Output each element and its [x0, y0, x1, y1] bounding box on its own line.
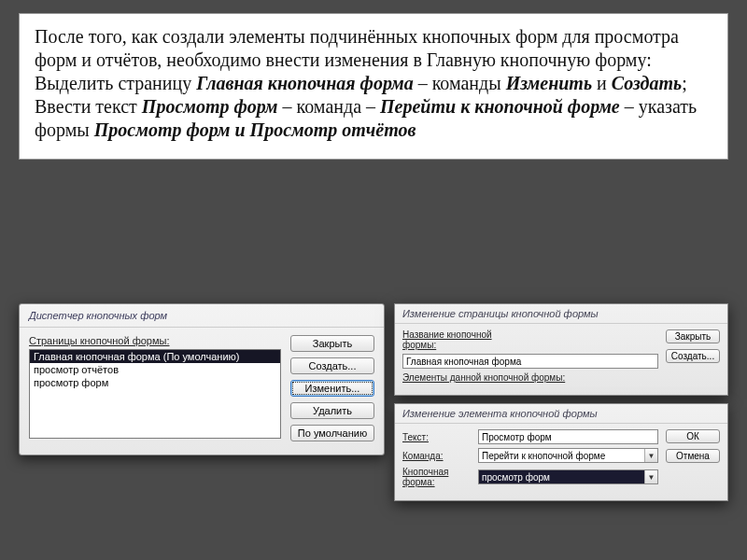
text-label: Текст: [402, 432, 472, 442]
text: Выделить страницу [35, 73, 196, 93]
step-2: Ввести текст Просмотр форм – команда – П… [35, 95, 712, 142]
text: – команды [414, 73, 506, 93]
text-input[interactable] [478, 429, 658, 444]
dialog-title: Изменение страницы кнопочной формы [395, 304, 727, 324]
dialog-title: Изменение элемента кнопочной формы [395, 404, 727, 424]
name-label: Название кнопочной формы: [402, 329, 505, 350]
edit-element-dialog: Изменение элемента кнопочной формы Текст… [394, 403, 728, 501]
fields: Текст: Команда: ▼ Кнопочная форма: [402, 429, 658, 491]
dialog-body: Текст: Команда: ▼ Кнопочная форма: [395, 424, 727, 500]
form-row: Кнопочная форма: ▼ [402, 467, 658, 487]
form-input[interactable] [478, 469, 658, 484]
form-combo[interactable]: ▼ [478, 469, 658, 484]
text: Ввести текст [35, 96, 142, 117]
pages-label: Страницы кнопочной формы: [29, 335, 281, 346]
step-1: Выделить страницу Главная кнопочная форм… [35, 72, 712, 95]
dialogs-row: Диспетчер кнопочных форм Страницы кнопоч… [19, 303, 728, 501]
command-input[interactable] [478, 448, 658, 463]
text: – команда – [278, 96, 380, 117]
fields: Название кнопочной формы: Элементы данно… [402, 329, 658, 385]
text-emph: Перейти к кнопочной форме [380, 96, 620, 117]
switchboard-manager-dialog: Диспетчер кнопочных форм Страницы кнопоч… [19, 303, 385, 455]
dialog-body: Название кнопочной формы: Элементы данно… [395, 324, 727, 395]
dialog-body: Страницы кнопочной формы: Главная кнопоч… [20, 328, 384, 455]
delete-button[interactable]: Удалить [290, 402, 374, 419]
close-button[interactable]: Закрыть [666, 329, 720, 343]
dialog-title: Диспетчер кнопочных форм [20, 304, 384, 328]
text: ; [682, 73, 687, 93]
edit-button[interactable]: Изменить... [290, 380, 374, 397]
name-input[interactable] [402, 354, 658, 369]
ok-button[interactable]: ОК [666, 429, 720, 443]
elements-label: Элементы данной кнопочной формы: [402, 372, 658, 383]
list-item[interactable]: просмотр форм [30, 376, 280, 389]
edit-page-dialog: Изменение страницы кнопочной формы Назва… [394, 303, 728, 396]
field-row: Название кнопочной формы: [402, 329, 658, 350]
chevron-down-icon[interactable]: ▼ [644, 470, 657, 483]
text-emph: Главная кнопочная форма [196, 73, 413, 93]
text-row: Текст: [402, 429, 658, 444]
chevron-down-icon[interactable]: ▼ [644, 449, 657, 462]
text-emph: Просмотр форм и Просмотр отчётов [94, 119, 416, 140]
default-button[interactable]: По умолчанию [290, 425, 374, 441]
command-label: Команда: [402, 451, 472, 461]
command-row: Команда: ▼ [402, 448, 658, 463]
slide: После того, как создали элементы подчинё… [19, 13, 728, 160]
new-button[interactable]: Создать... [290, 357, 374, 374]
button-column: Закрыть Создать... Изменить... Удалить П… [290, 335, 374, 441]
list-item[interactable]: просмотр отчётов [30, 363, 280, 376]
close-button[interactable]: Закрыть [290, 335, 374, 352]
cancel-button[interactable]: Отмена [666, 449, 720, 463]
form-label: Кнопочная форма: [402, 467, 472, 487]
pages-listbox[interactable]: Главная кнопочная форма (По умолчанию) п… [29, 349, 281, 439]
pages-panel: Страницы кнопочной формы: Главная кнопоч… [29, 335, 281, 441]
command-combo[interactable]: ▼ [478, 448, 658, 463]
intro-paragraph: После того, как создали элементы подчинё… [35, 25, 712, 72]
text-emph: Создать [612, 73, 682, 93]
text: После того, как создали элементы подчинё… [35, 26, 679, 70]
text-emph: Просмотр форм [142, 96, 278, 117]
right-column: Изменение страницы кнопочной формы Назва… [394, 303, 728, 501]
button-column: ОК Отмена [666, 429, 720, 491]
text-emph: Изменить [506, 73, 592, 93]
button-column: Закрыть Создать... [666, 329, 720, 385]
text: и [592, 73, 612, 93]
list-item[interactable]: Главная кнопочная форма (По умолчанию) [30, 350, 280, 363]
new-button[interactable]: Создать... [666, 349, 720, 363]
